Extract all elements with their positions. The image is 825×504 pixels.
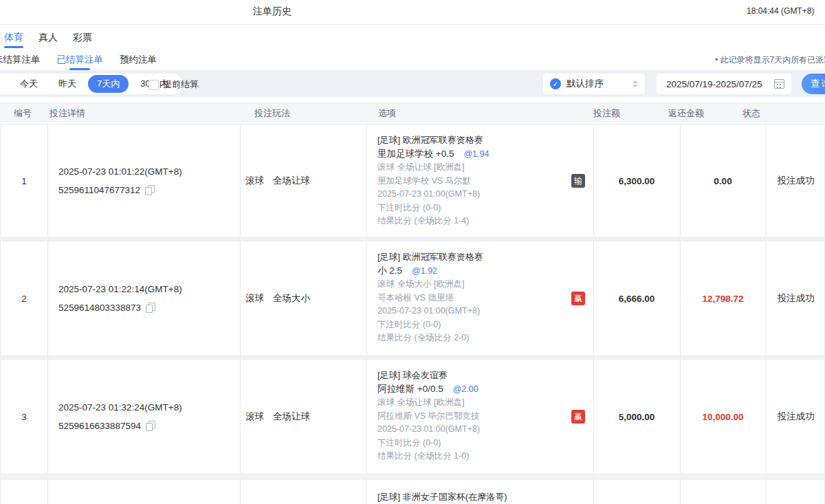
option-detail: [足球] 欧洲冠军联赛资格赛 小 2.5@1.92 滚球 全场大小 [欧洲盘] … [377, 250, 483, 345]
bet-detail: 2025-07-23 01:01:22(GMT+8) 5259611047677… [58, 162, 182, 199]
bet-detail: 2025-07-23 01:22:14(GMT+8) 5259614803338… [58, 280, 182, 317]
play-type: 滚球全场大小 [245, 292, 310, 305]
table-row: 2 2025-07-23 01:22:14(GMT+8) 52596148033… [0, 241, 825, 356]
sort-selected-value: 默认排序 [566, 78, 627, 90]
col-header-status: 状态 [742, 107, 760, 120]
table-row-partial: [足球] 非洲女子国家杯(在摩洛哥) [0, 479, 825, 504]
league-name: [足球] 球会友谊赛 [377, 369, 480, 382]
category-tabs: 体育 真人 彩票 [0, 25, 825, 48]
option-detail: [足球] 球会友谊赛 阿拉维斯 +0/0.5@2.00 滚球 全场让球 [欧洲盘… [377, 369, 480, 463]
match-time: 2025-07-23 01:00(GMT+8) [377, 305, 483, 318]
row-number: 2 [1, 294, 47, 304]
league-name: [足球] 欧洲冠军联赛资格赛 [377, 250, 483, 264]
selection: 里加足球学校 +0.5 [377, 149, 454, 159]
selection: 阿拉维斯 +0/0.5 [377, 384, 443, 394]
check-circle-icon [550, 78, 561, 89]
bet-table-body: 1 2025-07-23 01:01:22(GMT+8) 52596110476… [0, 124, 825, 504]
stake-amount: 6,666.00 [593, 294, 680, 304]
match-time: 2025-07-23 01:00(GMT+8) [377, 423, 480, 437]
league-name: [足球] 非洲女子国家杯(在摩洛哥) [377, 490, 507, 504]
odds: @2.00 [453, 384, 478, 394]
quick-yesterday[interactable]: 昨天 [50, 75, 85, 93]
row-number: 1 [1, 176, 47, 186]
bet-time: 2025-07-23 01:22:14(GMT+8) [58, 280, 182, 298]
copy-icon[interactable] [146, 421, 155, 430]
table-header: 编号 投注详情 投注玩法 选项 投注额 返还金额 状态 [0, 102, 825, 122]
col-header-play: 投注玩法 [254, 107, 290, 120]
bet-id: 5259614803338873 [58, 303, 141, 313]
match-teams: 里加足球学校 VS 马尔默 [377, 175, 489, 188]
selection: 小 2.5 [377, 265, 402, 276]
col-header-detail: 投注详情 [50, 107, 85, 120]
result-badge-win: 赢 [571, 292, 585, 305]
play-market: 全场大小 [273, 293, 310, 303]
play-mode: 滚球 [245, 175, 264, 186]
col-header-stake: 投注额 [593, 107, 620, 120]
odds: @1.94 [463, 149, 489, 159]
play-market: 全场让球 [273, 175, 310, 186]
col-header-no: 编号 [14, 107, 32, 120]
stake-amount: 5,000.00 [593, 412, 680, 422]
payout-amount: 10,000.00 [680, 412, 766, 422]
table-row: 1 2025-07-23 01:01:22(GMT+8) 52596110476… [0, 124, 825, 238]
play-mode: 滚球 [245, 411, 264, 421]
settlement-subtabs: 未结算注单 已结算注单 预约注单 • 此记录将显示7天内所有已派彩的 [0, 48, 825, 70]
tab-live-casino[interactable]: 真人 [38, 32, 58, 48]
search-button[interactable]: 查询 [802, 74, 825, 94]
stake-amount: 6,300.00 [593, 176, 680, 186]
payout-amount: 12,798.72 [680, 294, 766, 304]
sort-arrows-icon [632, 80, 638, 87]
bet-id: 5259611047677312 [58, 185, 140, 195]
date-range-value: 2025/07/19-2025/07/25 [666, 79, 769, 89]
match-teams: 阿拉维斯 VS 毕尔巴鄂竞技 [377, 410, 480, 424]
odds: @1.92 [412, 266, 437, 276]
table-row: 3 2025-07-23 01:32:24(GMT+8) 52596166338… [0, 359, 825, 474]
page-title: 注单历史 [253, 6, 292, 18]
result-score: 结果比分 (全场比分 2-0) [377, 331, 483, 345]
subtab-unsettled[interactable]: 未结算注单 [0, 54, 41, 70]
quick-today[interactable]: 今天 [11, 75, 47, 93]
option-detail: [足球] 欧洲冠军联赛资格赛 里加足球学校 +0.5@1.94 滚球 全场让球 … [377, 133, 489, 228]
col-header-option: 选项 [378, 107, 396, 120]
date-range-picker[interactable]: 2025/07/19-2025/07/25 [657, 74, 791, 94]
bet-detail: 2025-07-23 01:32:24(GMT+8) 5259616633887… [58, 398, 182, 435]
quick-7days[interactable]: 7天内 [88, 75, 129, 93]
play-market: 全场让球 [273, 411, 310, 421]
records-notice: • 此记录将显示7天内所有已派彩的 [715, 54, 825, 66]
tab-sports[interactable]: 体育 [4, 32, 23, 48]
market-line: 滚球 全场让球 [欧洲盘] [377, 161, 489, 175]
option-detail: [足球] 非洲女子国家杯(在摩洛哥) [377, 490, 507, 504]
score-at-bet: 下注时比分 (0-0) [377, 318, 483, 332]
early-settlement-filter[interactable]: 提前结算 [148, 78, 199, 91]
result-badge-lose: 输 [571, 174, 585, 188]
subtab-settled[interactable]: 已结算注单 [57, 54, 104, 70]
league-name: [足球] 欧洲冠军联赛资格赛 [377, 133, 489, 147]
sort-select[interactable]: 默认排序 [543, 74, 645, 94]
bet-status: 投注成功 [766, 410, 825, 423]
row-number: 3 [1, 412, 47, 422]
early-settlement-label: 提前结算 [163, 78, 199, 91]
score-at-bet: 下注时比分 (0-0) [377, 437, 480, 450]
copy-icon[interactable] [146, 303, 155, 312]
bet-status: 投注成功 [766, 175, 825, 187]
col-header-payout: 返还金额 [668, 107, 704, 120]
play-type: 滚球全场让球 [245, 175, 310, 187]
top-bar: 注单历史 18:04:44 (GMT+8) [0, 0, 825, 25]
result-score: 结果比分 (全场比分 1-4) [377, 215, 489, 228]
market-line: 滚球 全场大小 [欧洲盘] [377, 278, 483, 292]
score-at-bet: 下注时比分 (0-0) [377, 201, 489, 215]
tab-lottery[interactable]: 彩票 [73, 32, 92, 48]
market-line: 滚球 全场让球 [欧洲盘] [377, 396, 480, 410]
copy-icon[interactable] [145, 185, 154, 195]
bet-status: 投注成功 [766, 292, 825, 305]
result-badge-win: 赢 [571, 410, 585, 424]
bet-time: 2025-07-23 01:01:22(GMT+8) [58, 162, 182, 181]
match-time: 2025-07-23 01:00(GMT+8) [377, 188, 489, 201]
calendar-icon [774, 79, 784, 89]
play-type: 滚球全场让球 [245, 410, 310, 423]
bet-time: 2025-07-23 01:32:24(GMT+8) [58, 398, 182, 417]
subtab-reserved[interactable]: 预约注单 [120, 54, 157, 70]
early-settlement-checkbox[interactable] [148, 80, 159, 90]
payout-amount: 0.00 [680, 176, 766, 186]
play-mode: 滚球 [245, 293, 264, 303]
